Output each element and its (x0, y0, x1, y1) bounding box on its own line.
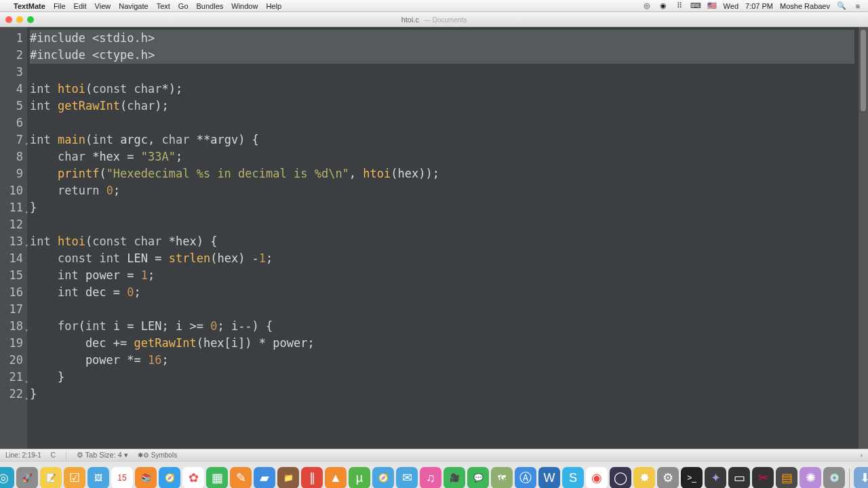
dock-notes-icon[interactable]: 📝 (40, 467, 62, 488)
menu-go[interactable]: Go (178, 2, 189, 10)
clock-time[interactable]: 7:07 PM (745, 2, 773, 10)
dock-skype-icon[interactable]: S (562, 467, 584, 488)
dock-pages-icon[interactable]: ✎ (230, 467, 252, 488)
line-number[interactable]: 14 (0, 250, 27, 267)
line-number[interactable]: 9 (0, 165, 27, 182)
dock-vlc-icon[interactable]: ▲ (325, 467, 347, 488)
code-line[interactable]: int getRawInt(char); (30, 98, 854, 115)
code-line[interactable] (30, 216, 854, 233)
menu-file[interactable]: File (54, 2, 66, 10)
dock-mail-icon[interactable]: ✉ (396, 467, 418, 488)
line-number[interactable]: 11 (0, 199, 27, 216)
code-line[interactable]: int htoi(const char*); (30, 81, 854, 98)
vertical-scrollbar[interactable] (859, 27, 868, 449)
code-line[interactable]: int power = 1; (30, 267, 854, 284)
dock-preview-icon[interactable]: 🖼 (87, 467, 109, 488)
line-number[interactable]: 17 (0, 301, 27, 318)
symbols-selector[interactable]: ✱⚙ Symbols (138, 451, 177, 459)
dock-folder1-icon[interactable]: 📁 (277, 467, 299, 488)
code-line[interactable]: power *= 16; (30, 352, 854, 369)
cursor-position[interactable]: Line: 2:19-1 (5, 451, 41, 459)
tab-size-selector[interactable]: ⚙ Tab Size: 4 ▾ (77, 451, 128, 460)
line-number[interactable]: 20 (0, 352, 27, 369)
line-number[interactable]: 2 (0, 47, 27, 64)
line-number[interactable]: 12 (0, 216, 27, 233)
code-line[interactable]: char *hex = "33A"; (30, 148, 854, 165)
code-line[interactable]: return 0; (30, 182, 854, 199)
dock-flower-icon[interactable]: ✺ (800, 467, 821, 488)
code-line[interactable]: int main(int argc, char **argv) { (30, 131, 854, 148)
code-line[interactable]: } (30, 386, 854, 403)
dock-launchpad-icon[interactable]: 🚀 (16, 467, 38, 488)
dock-safari-icon[interactable]: 🧭 (159, 467, 180, 488)
dock-numbers-icon[interactable]: ▦ (206, 467, 228, 488)
code-line[interactable]: printf("Hexedecimal %s in decimal is %d\… (30, 165, 854, 182)
line-number[interactable]: 5 (0, 98, 27, 115)
minimize-window-button[interactable] (16, 16, 23, 23)
scrollbar-thumb[interactable] (861, 30, 866, 111)
dock-downloads-icon[interactable]: ⬇ (854, 467, 868, 488)
code-line[interactable]: dec += getRawInt(hex[i]) * power; (30, 335, 854, 352)
code-line[interactable]: #include <stdio.h> (30, 30, 854, 47)
code-line[interactable]: } (30, 369, 854, 386)
dock-terminal-icon[interactable]: >_ (681, 467, 703, 488)
code-line[interactable] (30, 115, 854, 131)
dock-eclipse-icon[interactable]: ◯ (610, 467, 631, 488)
line-number[interactable]: 22 (0, 386, 27, 403)
dock-parallels-icon[interactable]: ∥ (301, 467, 323, 488)
dock-sublime-icon[interactable]: ▤ (776, 467, 797, 488)
dock-messages-icon[interactable]: 💬 (467, 467, 489, 488)
dock-photos-icon[interactable]: ✿ (182, 467, 204, 488)
menu-text[interactable]: Text (157, 2, 170, 10)
dock-reminders-icon[interactable]: ☑ (64, 467, 85, 488)
dock-finalcut-icon[interactable]: ✂ (752, 467, 774, 488)
language-mode[interactable]: C (51, 451, 56, 459)
dock-disc-icon[interactable]: 💿 (823, 467, 845, 488)
line-number[interactable]: 7 (0, 131, 27, 148)
dock-chrome-icon[interactable]: ◉ (586, 467, 608, 488)
dock-itunes-icon[interactable]: ♫ (420, 467, 441, 488)
keyboard-icon[interactable]: ⌨ (691, 1, 701, 11)
code-line[interactable]: } (30, 199, 854, 216)
user-name[interactable]: Moshe Rabaev (780, 2, 830, 10)
dock-systemprefs-icon[interactable]: ⚙ (657, 467, 679, 488)
dock-books-icon[interactable]: 📚 (135, 467, 157, 488)
zoom-window-button[interactable] (27, 16, 34, 23)
code-line[interactable]: int htoi(const char *hex) { (30, 233, 854, 250)
line-number[interactable]: 21 (0, 369, 27, 386)
code-line[interactable]: for(int i = LEN; i >= 0; i--) { (30, 318, 854, 335)
menu-help[interactable]: Help (266, 2, 281, 10)
app-name[interactable]: TextMate (14, 2, 45, 10)
line-number[interactable]: 15 (0, 267, 27, 284)
menu-navigate[interactable]: Navigate (119, 2, 148, 10)
dock-appstore-icon[interactable]: Ⓐ (515, 467, 536, 488)
menu-extra-icon[interactable]: ≡ (853, 1, 863, 11)
dock-textmate-icon[interactable]: ✦ (705, 467, 726, 488)
code-area[interactable]: #include <stdio.h>#include <ctype.h> int… (27, 27, 859, 449)
clock-day[interactable]: Wed (724, 2, 738, 10)
line-number[interactable]: 13 (0, 233, 27, 250)
dock-maps-icon[interactable]: 🗺 (491, 467, 513, 488)
line-number[interactable]: 10 (0, 182, 27, 199)
line-number[interactable]: 4 (0, 81, 27, 98)
line-number[interactable]: 1 (0, 30, 27, 47)
dock-word-icon[interactable]: W (538, 467, 560, 488)
spotlight-icon[interactable]: 🔍 (837, 1, 846, 11)
dock-display-icon[interactable]: ▭ (728, 467, 750, 488)
line-number[interactable]: 6 (0, 115, 27, 131)
line-number[interactable]: 8 (0, 148, 27, 165)
menu-view[interactable]: View (95, 2, 111, 10)
status-icon-1[interactable]: ◎ (642, 1, 652, 11)
code-line[interactable] (30, 64, 854, 81)
dock-facetime-icon[interactable]: 🎥 (443, 467, 465, 488)
dock-keynote-icon[interactable]: ▰ (254, 467, 275, 488)
dock-calendar-icon[interactable]: 15 (111, 467, 133, 488)
dock-safari2-icon[interactable]: 🧭 (372, 467, 394, 488)
flag-icon[interactable]: 🇺🇸 (707, 1, 717, 11)
menu-edit[interactable]: Edit (74, 2, 87, 10)
line-number-gutter[interactable]: 12345678910111213141516171819202122 (0, 27, 27, 449)
line-number[interactable]: 3 (0, 64, 27, 81)
line-number[interactable]: 16 (0, 284, 27, 301)
dock-burst-icon[interactable]: ✸ (633, 467, 655, 488)
code-line[interactable]: int dec = 0; (30, 284, 854, 301)
